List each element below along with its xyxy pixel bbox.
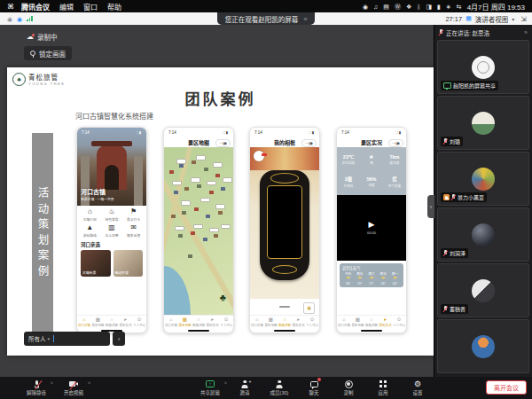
map-building xyxy=(191,231,195,235)
chevron-up-icon[interactable]: ˄ xyxy=(88,380,90,386)
map-building xyxy=(192,160,196,164)
map-label-marker xyxy=(172,181,182,186)
collapse-icons[interactable]: » xyxy=(524,29,528,35)
map-building xyxy=(203,238,207,241)
shared-slide: ♣ 青松旅管 YOUNG TREE 团队案例 河口古镇智慧化系统搭建 活动策划案… xyxy=(7,67,434,356)
feature-特色美食: ♨特色美食 xyxy=(101,208,123,222)
menubar-status-icon[interactable]: ◉ xyxy=(363,4,368,10)
titlebar-status-icons: ◉ ◉ xyxy=(7,16,33,22)
tab-icon: ⌂ xyxy=(169,317,172,323)
card-caption: 精选民宿 xyxy=(115,270,129,275)
map-label-marker xyxy=(209,228,219,233)
invite-icon: + xyxy=(241,380,249,388)
lock-view-button[interactable]: 锁定画面 xyxy=(24,46,72,60)
quick-chat-input[interactable]: 所有人 ▾ xyxy=(24,332,110,346)
shield-icon[interactable]: ◉ xyxy=(7,16,12,22)
chevron-up-icon[interactable]: ˄ xyxy=(224,380,227,386)
tab-icon: ⌂ xyxy=(255,317,258,323)
leave-meeting-button[interactable]: 离开会议 xyxy=(486,380,527,395)
tab-icon: ⊙ xyxy=(397,317,402,323)
map-label-marker xyxy=(213,162,223,168)
umbrella-icon: ☂ xyxy=(365,276,377,282)
chat-collapse-button[interactable]: ‹ xyxy=(113,332,125,346)
chat-target-selector[interactable]: 所有人 xyxy=(28,334,46,343)
participant-tile[interactable]: 董穗香 xyxy=(437,263,529,317)
menubar-status-icon[interactable]: ⇆ xyxy=(457,4,462,10)
toolbar-mic-off-button[interactable]: ˄解除静音 xyxy=(23,379,50,396)
menubar-status-icon[interactable]: ❖ xyxy=(406,4,411,10)
forecast-day: 周日☂16° xyxy=(378,271,389,286)
banner-menu-icon[interactable]: ≡ xyxy=(303,16,307,22)
forecast-temp: 16° xyxy=(378,282,389,286)
participant-tile[interactable]: 刘润泽 xyxy=(437,207,529,262)
watching-banner-text: 您正在观看赵阳凯的屏幕 xyxy=(225,14,299,24)
apple-logo-icon[interactable]: ⌘ xyxy=(7,3,14,11)
toolbar-record-button[interactable]: 录制 xyxy=(335,379,362,396)
menubar-status-icon[interactable]: ▤ xyxy=(383,4,389,10)
toolbar-settings-button[interactable]: ⚙设置 xyxy=(404,379,431,396)
menubar-item-编辑[interactable]: 编辑 xyxy=(59,2,74,12)
phone-time: 7:14 xyxy=(254,130,262,135)
meeting-toolbar: ˄解除静音˄开启视频 ↑˄共享屏幕+邀请成员(30)聊天录制应用⚙设置 离开会议 xyxy=(0,377,532,399)
menubar-item-腾讯会议[interactable]: 腾讯会议 xyxy=(21,2,50,12)
chevron-up-icon[interactable]: ˄ xyxy=(51,380,53,386)
menubar-status-icon[interactable]: Ⓦ xyxy=(395,4,401,10)
phone-status-icons: ∷▮ xyxy=(223,130,229,135)
participant-tile[interactable]: 刘璐 xyxy=(437,96,529,150)
toolbar-apps-button[interactable]: 应用 xyxy=(370,379,396,396)
tab-景区实况: ▸景区实况 xyxy=(119,317,133,327)
menubar-item-窗口[interactable]: 窗口 xyxy=(83,2,98,12)
tab-景区地图: ▦景区地图 xyxy=(91,317,106,327)
toolbar-label: 聊天 xyxy=(309,389,318,396)
umbrella-icon: ☂ xyxy=(354,276,365,282)
participant-tile[interactable]: 赵阳凯的屏幕共享 xyxy=(437,40,529,94)
avatar xyxy=(472,223,495,246)
menubar-status-icon[interactable]: ♫ xyxy=(373,4,378,10)
participant-tile[interactable]: 暴力小黑豆 xyxy=(437,152,529,206)
fullscreen-icon[interactable]: ⇲ xyxy=(520,15,527,23)
map-building xyxy=(204,168,208,171)
toolbar-share-button[interactable]: ↑˄共享屏幕 xyxy=(197,379,223,396)
phone-mockup-map: 7:14 ∷▮ 景区地图 ⋯|◉ ♣ ⌂河口古镇▦景区地图∩智能讲解▸景区实况⊙… xyxy=(163,127,234,333)
participant-tile[interactable] xyxy=(437,319,529,373)
miniprogram-capsule: ⋯|◉ xyxy=(301,139,317,147)
tab-label: 智能讲解 xyxy=(278,323,291,327)
weather-value: ☀ xyxy=(370,154,374,160)
menubar-status-icon[interactable]: ◨ xyxy=(426,4,432,10)
menubar-clock[interactable]: 4月7日 周四 19:53 xyxy=(467,2,525,12)
toolbar-center-group: ↑˄共享屏幕+邀请成员(30)聊天录制应用⚙设置 xyxy=(197,379,431,396)
map-building xyxy=(215,174,220,177)
phone-status-icons: ∷▮ xyxy=(136,130,142,135)
umbrella-icon: ☂ xyxy=(342,276,354,282)
tab-景区地图: ▦景区地图 xyxy=(264,317,278,327)
menubar-status-icon[interactable]: ▮ xyxy=(437,4,441,10)
recording-label: 录制中 xyxy=(37,32,58,42)
menubar-items: 腾讯会议编辑窗口帮助 xyxy=(21,2,121,12)
chevron-down-icon[interactable]: ▾ xyxy=(48,336,51,341)
gold-ornate-frame xyxy=(260,170,309,280)
toolbar-chat-button[interactable]: 聊天 xyxy=(301,379,327,396)
toolbar-cam-off-button[interactable]: ˄开启视频 xyxy=(60,379,87,396)
phone-status-bar: 7:14 ∷▮ xyxy=(250,128,319,137)
menubar-status-icon[interactable]: ᛒ xyxy=(417,4,420,10)
hero-tag: 夜游古镇 · 一镇一世界 xyxy=(81,197,114,201)
menubar-item-帮助[interactable]: 帮助 xyxy=(107,2,121,12)
info-icon[interactable]: ◉ xyxy=(17,16,22,22)
pine-logo-icon: ♣ xyxy=(12,73,26,86)
tab-icon: ∩ xyxy=(197,317,200,323)
phone-tabbar: ⌂河口古镇▦景区地图∩智能讲解▸景区实况⊙个人中心 xyxy=(77,315,146,329)
view-mode-dropdown[interactable]: 演讲者视图 xyxy=(475,14,509,24)
screen-share-icon xyxy=(443,82,451,89)
home-indicator xyxy=(164,329,233,332)
chevron-down-icon[interactable]: ▾ xyxy=(512,16,514,22)
toolbar-label: 设置 xyxy=(412,389,422,396)
menubar-status-icons: ◉♫▤Ⓦ❖ᛒ◨▮∗⇆ xyxy=(363,4,462,10)
watching-banner[interactable]: 您正在观看赵阳凯的屏幕 ≡ xyxy=(217,12,316,25)
sidebar-collapse-handle[interactable]: › xyxy=(427,195,434,218)
menubar-status-icon[interactable]: ∗ xyxy=(446,4,451,10)
toolbar-invite-button[interactable]: +邀请 xyxy=(231,379,258,396)
feature-label: 特色美食 xyxy=(105,217,118,222)
toolbar-members-button[interactable]: 成员(30) xyxy=(266,379,293,396)
shared-screen-stage: ☁ 录制中 锁定画面 ♣ 青松旅管 YOUNG TREE 团队案例 河口古镇智慧… xyxy=(0,25,434,377)
meeting-window-titlebar: ◉ ◉ 您正在观看赵阳凯的屏幕 ≡ 27:17 ▦ 演讲者视图 ▾ ⇲ xyxy=(0,12,532,25)
